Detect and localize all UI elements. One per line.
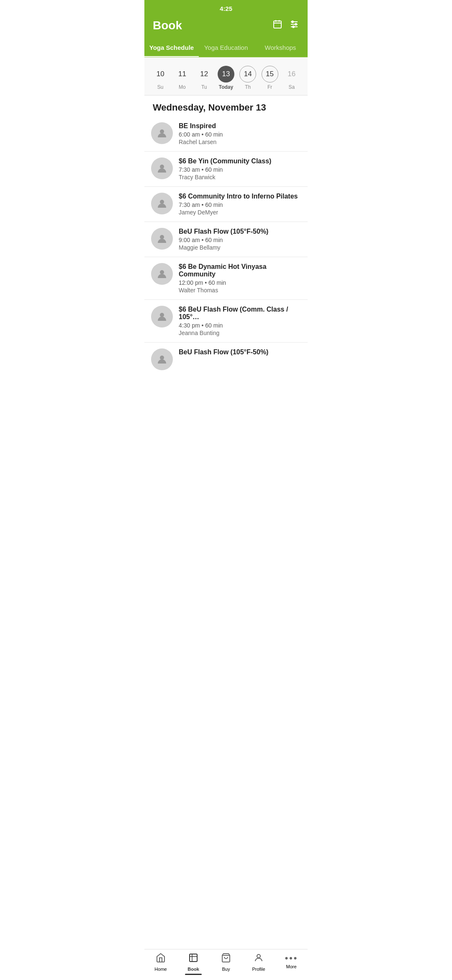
class-item[interactable]: $6 BeU Flash Flow (Comm. Class / 105°… 4… xyxy=(144,300,308,343)
class-time: 12:00 pm • 60 min xyxy=(179,279,301,286)
day-number: 11 xyxy=(174,66,190,83)
class-instructor: Jamey DeMyer xyxy=(179,209,301,216)
class-time: 7:30 am • 60 min xyxy=(179,166,301,173)
header: Book xyxy=(144,15,308,39)
class-name: $6 BeU Flash Flow (Comm. Class / 105°… xyxy=(179,306,301,321)
class-instructor: Jeanna Bunting xyxy=(179,330,301,336)
calendar-days: 10 Su 11 Mo 12 Tu 13 Today 14 Th 15 F xyxy=(149,64,303,92)
avatar xyxy=(151,193,173,214)
filter-icon[interactable] xyxy=(289,19,299,32)
class-time: 7:30 am • 60 min xyxy=(179,201,301,208)
class-name: BE Inspired xyxy=(179,122,301,130)
day-label: Fr xyxy=(267,84,272,90)
svg-point-12 xyxy=(160,200,164,204)
day-number: 12 xyxy=(196,66,213,83)
class-time: 6:00 am • 60 min xyxy=(179,131,301,138)
day-number-selected: 13 xyxy=(218,66,234,83)
class-info: BeU Flash Flow (105°F-50%) 9:00 am • 60 … xyxy=(179,228,301,251)
class-name: $6 Community Intro to Inferno Pilates xyxy=(179,193,301,200)
day-number: 14 xyxy=(239,66,256,83)
svg-point-8 xyxy=(295,23,297,25)
svg-point-9 xyxy=(293,26,294,28)
day-label: Th xyxy=(245,84,251,90)
status-bar: 4:25 xyxy=(144,0,308,15)
calendar-day-13[interactable]: 13 Today xyxy=(215,64,237,92)
avatar xyxy=(151,228,173,250)
main-content: 10 Su 11 Mo 12 Tu 13 Today 14 Th 15 F xyxy=(144,57,308,410)
tab-bar: Yoga Schedule Yoga Education Workshops xyxy=(144,39,308,57)
day-number: 16 xyxy=(283,66,300,83)
class-name: BeU Flash Flow (105°F-50%) xyxy=(179,228,301,235)
svg-point-7 xyxy=(292,21,293,23)
class-info: BE Inspired 6:00 am • 60 min Rachel Lars… xyxy=(179,122,301,145)
calendar-day-14[interactable]: 14 Th xyxy=(237,64,259,92)
calendar-day-15[interactable]: 15 Fr xyxy=(259,64,281,92)
class-item[interactable]: $6 Be Dynamic Hot Vinyasa Community 12:0… xyxy=(144,257,308,300)
avatar xyxy=(151,122,173,144)
calendar-day-11[interactable]: 11 Mo xyxy=(171,64,193,92)
class-item[interactable]: $6 Be Yin (Community Class) 7:30 am • 60… xyxy=(144,152,308,187)
tab-workshops[interactable]: Workshops xyxy=(253,39,308,57)
class-list: BE Inspired 6:00 am • 60 min Rachel Lars… xyxy=(144,116,308,376)
class-time: 9:00 am • 60 min xyxy=(179,237,301,243)
tab-yoga-schedule[interactable]: Yoga Schedule xyxy=(144,39,199,57)
svg-rect-0 xyxy=(274,21,281,28)
svg-point-13 xyxy=(160,235,164,239)
avatar xyxy=(151,157,173,179)
date-heading: Wednesday, November 13 xyxy=(144,95,308,116)
header-actions xyxy=(272,19,299,32)
calendar-day-10[interactable]: 10 Su xyxy=(149,64,171,92)
day-label: Tu xyxy=(201,84,207,90)
avatar xyxy=(151,306,173,328)
day-label: Mo xyxy=(179,84,186,90)
calendar-day-12[interactable]: 12 Tu xyxy=(193,64,215,92)
day-label: Sa xyxy=(288,84,295,90)
svg-point-16 xyxy=(160,356,164,360)
class-info: BeU Flash Flow (105°F-50%) xyxy=(179,348,301,357)
class-instructor: Rachel Larsen xyxy=(179,139,301,145)
class-info: $6 Be Dynamic Hot Vinyasa Community 12:0… xyxy=(179,263,301,294)
day-number: 15 xyxy=(262,66,278,83)
class-item[interactable]: BeU Flash Flow (105°F-50%) xyxy=(144,343,308,376)
class-info: $6 Be Yin (Community Class) 7:30 am • 60… xyxy=(179,157,301,181)
class-instructor: Tracy Barwick xyxy=(179,174,301,181)
class-instructor: Maggie Bellamy xyxy=(179,244,301,251)
avatar xyxy=(151,263,173,285)
calendar-icon[interactable] xyxy=(272,19,282,32)
class-item[interactable]: BE Inspired 6:00 am • 60 min Rachel Lars… xyxy=(144,116,308,152)
calendar-day-16[interactable]: 16 Sa xyxy=(281,64,303,92)
class-item[interactable]: $6 Community Intro to Inferno Pilates 7:… xyxy=(144,187,308,222)
class-name: $6 Be Yin (Community Class) xyxy=(179,157,301,165)
tab-yoga-education[interactable]: Yoga Education xyxy=(199,39,253,57)
day-label: Su xyxy=(157,84,164,90)
calendar-section: 10 Su 11 Mo 12 Tu 13 Today 14 Th 15 F xyxy=(144,57,308,95)
class-info: $6 BeU Flash Flow (Comm. Class / 105°… 4… xyxy=(179,306,301,336)
class-name: BeU Flash Flow (105°F-50%) xyxy=(179,348,301,356)
class-time: 4:30 pm • 60 min xyxy=(179,322,301,329)
svg-point-15 xyxy=(160,313,164,317)
svg-point-14 xyxy=(160,270,164,274)
class-instructor: Walter Thomas xyxy=(179,287,301,294)
svg-point-10 xyxy=(160,129,164,134)
page-title: Book xyxy=(153,19,182,32)
avatar xyxy=(151,348,173,370)
time: 4:25 xyxy=(220,5,232,12)
day-label-today: Today xyxy=(219,84,233,90)
day-number: 10 xyxy=(152,66,169,83)
svg-point-11 xyxy=(160,165,164,169)
class-item[interactable]: BeU Flash Flow (105°F-50%) 9:00 am • 60 … xyxy=(144,222,308,257)
class-info: $6 Community Intro to Inferno Pilates 7:… xyxy=(179,193,301,216)
class-name: $6 Be Dynamic Hot Vinyasa Community xyxy=(179,263,301,278)
